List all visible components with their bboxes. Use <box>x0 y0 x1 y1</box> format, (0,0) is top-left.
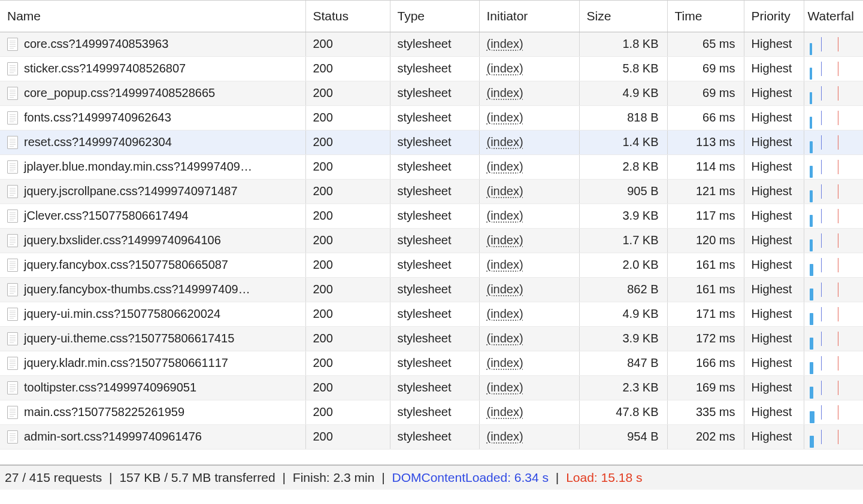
initiator-link[interactable]: (index) <box>487 86 523 99</box>
cell-name[interactable]: jquery-ui.min.css?150775806620024 <box>0 302 305 326</box>
cell-name[interactable]: jquery.fancybox.css?15077580665087 <box>0 253 305 277</box>
cell-initiator[interactable]: (index) <box>479 302 579 326</box>
cell-name[interactable]: main.css?1507758225261959 <box>0 400 305 424</box>
waterfall-dcl-line <box>821 332 822 346</box>
table-row[interactable]: sticker.css?149997408526807200stylesheet… <box>0 56 863 81</box>
cell-name[interactable]: core_popup.css?149997408528665 <box>0 81 305 105</box>
cell-size: 2.0 KB <box>579 253 667 277</box>
cell-type: stylesheet <box>390 32 479 56</box>
waterfall-bar <box>810 92 812 104</box>
cell-initiator[interactable]: (index) <box>479 253 579 277</box>
cell-status: 200 <box>305 424 390 449</box>
cell-initiator[interactable]: (index) <box>479 375 579 400</box>
header-type[interactable]: Type <box>390 1 479 32</box>
waterfall-dcl-line <box>821 135 822 150</box>
cell-name[interactable]: sticker.css?149997408526807 <box>0 56 305 81</box>
waterfall-dcl-line <box>821 233 822 248</box>
file-name: jquery.jscrollpane.css?14999740971487 <box>24 184 238 198</box>
initiator-link[interactable]: (index) <box>487 381 523 394</box>
cell-time: 117 ms <box>667 204 744 228</box>
cell-initiator[interactable]: (index) <box>479 204 579 228</box>
cell-name[interactable]: core.css?14999740853963 <box>0 32 305 56</box>
table-row[interactable]: jquery-ui.min.css?150775806620024200styl… <box>0 302 863 326</box>
table-row[interactable]: jplayer.blue.monday.min.css?149997409…20… <box>0 154 863 179</box>
table-row[interactable]: jClever.css?150775806617494200stylesheet… <box>0 204 863 228</box>
initiator-link[interactable]: (index) <box>487 184 523 198</box>
cell-initiator[interactable]: (index) <box>479 351 579 375</box>
cell-initiator[interactable]: (index) <box>479 105 579 130</box>
cell-time: 161 ms <box>667 277 744 302</box>
cell-initiator[interactable]: (index) <box>479 56 579 81</box>
initiator-link[interactable]: (index) <box>487 209 523 222</box>
cell-name[interactable]: jquery.fancybox-thumbs.css?149997409… <box>0 277 305 302</box>
header-size[interactable]: Size <box>579 1 667 32</box>
cell-name[interactable]: fonts.css?14999740962643 <box>0 105 305 130</box>
table-row[interactable]: jquery-ui.theme.css?150775806617415200st… <box>0 326 863 351</box>
cell-initiator[interactable]: (index) <box>479 277 579 302</box>
table-row[interactable]: reset.css?14999740962304200stylesheet(in… <box>0 130 863 154</box>
initiator-link[interactable]: (index) <box>487 37 523 50</box>
cell-priority: Highest <box>744 277 804 302</box>
cell-name[interactable]: jplayer.blue.monday.min.css?149997409… <box>0 154 305 179</box>
table-row[interactable]: jquery.bxslider.css?14999740964106200sty… <box>0 228 863 253</box>
table-row[interactable]: core_popup.css?149997408528665200stylesh… <box>0 81 863 105</box>
cell-name[interactable]: admin-sort.css?14999740961476 <box>0 424 305 449</box>
cell-initiator[interactable]: (index) <box>479 154 579 179</box>
initiator-link[interactable]: (index) <box>487 283 523 296</box>
cell-name[interactable]: tooltipster.css?14999740969051 <box>0 375 305 400</box>
cell-name[interactable]: jquery.kladr.min.css?15077580661117 <box>0 351 305 375</box>
waterfall-load-line <box>838 283 838 297</box>
cell-priority: Highest <box>744 56 804 81</box>
initiator-link[interactable]: (index) <box>487 160 523 173</box>
file-name: fonts.css?14999740962643 <box>24 111 171 125</box>
cell-type: stylesheet <box>390 154 479 179</box>
file-icon <box>7 381 18 394</box>
initiator-link[interactable]: (index) <box>487 405 523 418</box>
initiator-link[interactable]: (index) <box>487 233 523 247</box>
initiator-link[interactable]: (index) <box>487 135 523 148</box>
cell-priority: Highest <box>744 228 804 253</box>
cell-initiator[interactable]: (index) <box>479 228 579 253</box>
cell-time: 69 ms <box>667 56 744 81</box>
header-priority[interactable]: Priority <box>744 1 804 32</box>
initiator-link[interactable]: (index) <box>487 332 523 345</box>
initiator-link[interactable]: (index) <box>487 258 523 271</box>
cell-initiator[interactable]: (index) <box>479 400 579 424</box>
network-table-wrap: Name Status Type Initiator Size Time Pri… <box>0 1 863 464</box>
waterfall-load-line <box>838 184 838 199</box>
table-row[interactable]: tooltipster.css?14999740969051200stylesh… <box>0 375 863 400</box>
table-row[interactable]: jquery.kladr.min.css?15077580661117200st… <box>0 351 863 375</box>
table-row[interactable]: jquery.jscrollpane.css?14999740971487200… <box>0 179 863 204</box>
table-row[interactable]: jquery.fancybox.css?15077580665087200sty… <box>0 253 863 277</box>
initiator-link[interactable]: (index) <box>487 111 523 124</box>
table-row[interactable]: main.css?1507758225261959200stylesheet(i… <box>0 400 863 424</box>
initiator-link[interactable]: (index) <box>487 62 523 75</box>
cell-name[interactable]: reset.css?14999740962304 <box>0 130 305 154</box>
table-row[interactable]: core.css?14999740853963200stylesheet(ind… <box>0 32 863 56</box>
cell-initiator[interactable]: (index) <box>479 326 579 351</box>
file-icon <box>7 308 18 321</box>
initiator-link[interactable]: (index) <box>487 307 523 320</box>
file-icon <box>7 259 18 272</box>
cell-name[interactable]: jquery.bxslider.css?14999740964106 <box>0 228 305 253</box>
cell-initiator[interactable]: (index) <box>479 81 579 105</box>
cell-name[interactable]: jClever.css?150775806617494 <box>0 204 305 228</box>
cell-initiator[interactable]: (index) <box>479 424 579 449</box>
table-row[interactable]: admin-sort.css?14999740961476200styleshe… <box>0 424 863 449</box>
initiator-link[interactable]: (index) <box>487 356 523 369</box>
file-name: core.css?14999740853963 <box>24 37 168 51</box>
header-waterfall[interactable]: Waterfal <box>804 1 863 32</box>
cell-name[interactable]: jquery-ui.theme.css?150775806617415 <box>0 326 305 351</box>
header-time[interactable]: Time <box>667 1 744 32</box>
cell-initiator[interactable]: (index) <box>479 130 579 154</box>
initiator-link[interactable]: (index) <box>487 430 523 443</box>
header-initiator[interactable]: Initiator <box>479 1 579 32</box>
cell-initiator[interactable]: (index) <box>479 32 579 56</box>
status-domcontentloaded: DOMContentLoaded: 6.34 s <box>392 470 549 485</box>
table-row[interactable]: jquery.fancybox-thumbs.css?149997409…200… <box>0 277 863 302</box>
cell-name[interactable]: jquery.jscrollpane.css?14999740971487 <box>0 179 305 204</box>
header-name[interactable]: Name <box>0 1 305 32</box>
header-status[interactable]: Status <box>305 1 390 32</box>
cell-initiator[interactable]: (index) <box>479 179 579 204</box>
table-row[interactable]: fonts.css?14999740962643200stylesheet(in… <box>0 105 863 130</box>
